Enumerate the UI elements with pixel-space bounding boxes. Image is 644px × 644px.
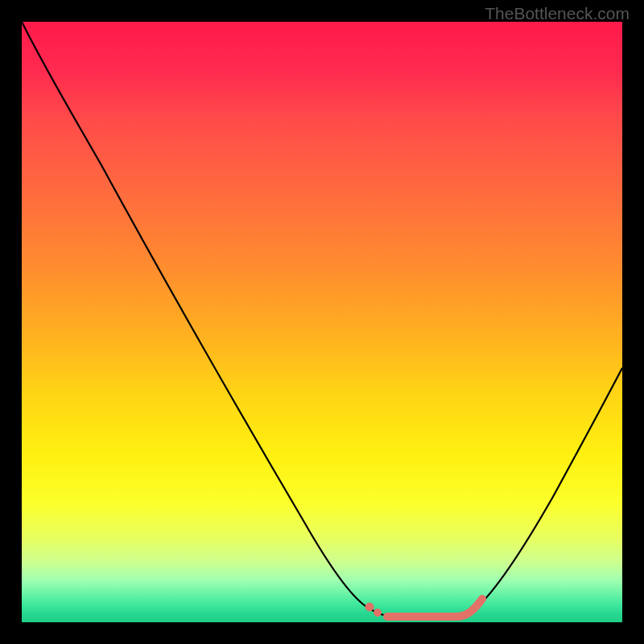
watermark-text: TheBottleneck.com — [485, 4, 630, 23]
valley-flat-segment — [387, 599, 482, 617]
chart-plot-area — [22, 22, 622, 622]
bottleneck-curve-svg — [22, 22, 622, 622]
marker-dot — [374, 609, 382, 617]
marker-dot — [365, 603, 374, 611]
bottleneck-curve-path — [22, 22, 622, 617]
